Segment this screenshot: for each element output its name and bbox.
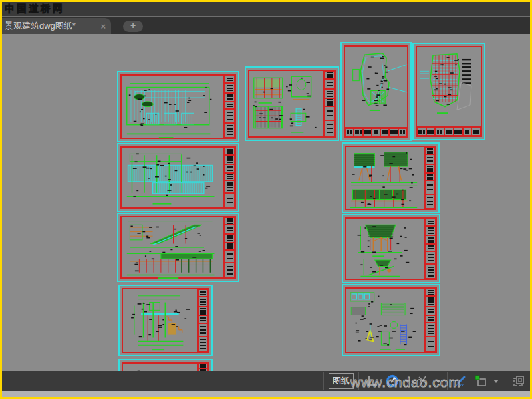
title-block-cell — [225, 180, 235, 194]
drawing-sheet-details[interactable] — [245, 66, 339, 141]
dropdown-caret-icon[interactable] — [493, 380, 499, 383]
title-block-cell — [380, 128, 389, 136]
sheet-frame — [345, 146, 436, 210]
title-block-cell — [444, 128, 454, 136]
sheet-linework — [122, 76, 223, 140]
sheet-frame — [248, 70, 336, 138]
title-block-cell — [225, 173, 235, 180]
title-block-cell — [454, 128, 463, 136]
title-block-cell — [198, 289, 208, 297]
title-block — [345, 127, 407, 136]
title-block-cell — [225, 193, 235, 207]
title-block — [323, 71, 334, 136]
statusbar-controls: 图纸 — [321, 371, 532, 391]
sheet-linework — [346, 289, 424, 354]
sheet-frame — [344, 45, 408, 138]
tab-label: 景观建筑dwg图纸* — [5, 20, 98, 32]
drawing-sheet-misc-details[interactable] — [342, 284, 440, 356]
drawing-sheet-site-plan[interactable] — [340, 42, 412, 141]
title-block-cell — [425, 180, 435, 194]
drawing-sheet-pavilion[interactable] — [342, 214, 440, 283]
cad-viewer-window: 中国道桥网 景观建筑dwg图纸* × + 图纸 www.cndao.com — [0, 0, 532, 399]
title-block-cell — [225, 93, 235, 102]
title-block-cell — [225, 234, 235, 243]
title-block-cell — [225, 243, 235, 250]
ortho-corner-icon[interactable] — [364, 372, 381, 390]
drawing-sheet-elevations-2[interactable] — [342, 142, 440, 213]
title-block — [424, 219, 436, 279]
dropdown-caret-icon[interactable] — [405, 380, 410, 383]
sheet-linework — [417, 47, 483, 126]
hatch-brush-icon[interactable] — [452, 372, 469, 390]
statusbar-separator — [323, 372, 324, 390]
title-block — [417, 126, 481, 136]
title-block — [197, 289, 208, 352]
dropdown-caret-icon[interactable] — [436, 380, 441, 383]
tab-active-document[interactable]: 景观建筑dwg图纸* × — [0, 18, 111, 34]
new-tab-button[interactable]: + — [123, 21, 143, 32]
sheet-frame — [345, 287, 437, 353]
crossing-lines-icon[interactable] — [414, 372, 432, 390]
title-block-cell — [426, 323, 436, 336]
sheet-linework — [122, 148, 223, 210]
title-block-cell — [398, 128, 407, 136]
copy-frame-icon[interactable] — [510, 372, 527, 390]
title-block-cell — [372, 128, 380, 136]
title-block-cell — [225, 155, 235, 164]
title-block-cell — [426, 289, 436, 296]
sheet-linework — [123, 289, 197, 354]
rotate-snap-icon[interactable] — [384, 372, 401, 390]
tab-close-icon[interactable]: × — [100, 21, 106, 31]
watermark-top: 中国道桥网 — [5, 3, 65, 15]
window-bottom-strip — [2, 391, 530, 397]
title-block-cell — [198, 323, 208, 337]
sheet-linework — [122, 217, 223, 280]
sheet-linework — [346, 147, 424, 211]
sheet-frame — [120, 216, 236, 279]
title-block-cell — [198, 364, 208, 368]
title-block-cell — [225, 123, 235, 138]
title-block-cell — [426, 244, 436, 251]
title-block-cell — [198, 336, 208, 352]
sheet-linework — [345, 47, 410, 127]
drawing-sheet-stair-detail[interactable] — [118, 285, 213, 356]
title-block-cell — [426, 307, 436, 315]
title-block-cell — [425, 147, 435, 154]
drawing-sheet-elevation[interactable] — [117, 143, 239, 212]
title-block-cell — [225, 217, 235, 225]
title-block-cell — [426, 219, 436, 226]
title-block-cell — [435, 128, 444, 136]
title-block-cell — [325, 106, 334, 121]
title-block-cell — [225, 225, 235, 234]
selection-box-icon[interactable] — [472, 372, 489, 390]
paper-space-button[interactable]: 图纸 — [329, 373, 354, 389]
statusbar-separator — [358, 372, 359, 390]
title-block-cell — [225, 83, 235, 93]
statusbar-separator — [505, 372, 505, 390]
title-block — [223, 217, 235, 277]
title-block-cell — [325, 79, 334, 90]
title-block-cell — [471, 128, 481, 136]
title-block — [424, 147, 435, 209]
title-block-cell — [198, 297, 208, 307]
title-block-cell — [225, 250, 235, 263]
title-block-cell — [325, 98, 334, 106]
tab-bar: 景观建筑dwg图纸* × + — [2, 17, 530, 34]
title-block-cell — [354, 128, 362, 136]
title-block-cell — [425, 164, 435, 173]
drawing-sheet-partial[interactable] — [118, 359, 213, 371]
title-block-cell — [225, 148, 235, 155]
title-block-cell — [426, 315, 436, 323]
drawing-sheet-plan[interactable] — [117, 71, 239, 142]
drawing-sheet-sections[interactable] — [117, 213, 239, 282]
drawing-sheet-roof-plan[interactable] — [412, 43, 485, 140]
sheet-linework — [249, 71, 323, 139]
title-block-cell — [425, 194, 435, 209]
title-block-cell — [345, 128, 354, 136]
sheet-frame — [120, 74, 236, 139]
title-block-cell — [426, 336, 436, 352]
title-block — [223, 76, 235, 138]
title-block-cell — [426, 264, 436, 279]
drawing-canvas[interactable] — [2, 34, 530, 371]
title-bar: 中国道桥网 — [2, 2, 530, 16]
